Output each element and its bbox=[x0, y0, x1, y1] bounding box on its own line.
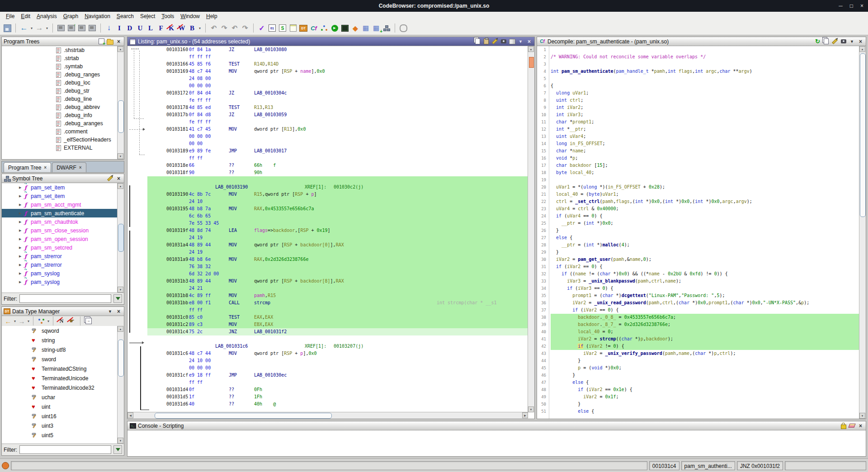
symbol-item-pam_sm_setcred[interactable]: ▶ƒpam_sm_setcred bbox=[2, 243, 118, 252]
dtm-back-dropdown-icon[interactable]: ▾ bbox=[14, 319, 16, 323]
listing-blank-line[interactable] bbox=[147, 176, 528, 184]
data-type-d-icon[interactable]: D bbox=[125, 23, 134, 33]
listing-vscrollbar[interactable]: ▲ ▼ bbox=[528, 46, 534, 412]
data-type-b-icon[interactable]: B bbox=[188, 23, 197, 33]
copy-icon[interactable] bbox=[475, 38, 480, 44]
dtm-display-dropdown-icon[interactable]: ▾ bbox=[47, 319, 49, 323]
decompiler-line[interactable]: uVar1 = *(ulong *)(in_FS_OFFSET + 0x28); bbox=[551, 184, 859, 191]
decompiler-line[interactable]: } bbox=[551, 372, 859, 379]
symbol-item-pam_sm_chauthtok[interactable]: ▶ƒpam_sm_chauthtok bbox=[2, 217, 118, 226]
symbol-item-pam_syslog[interactable]: ▶ƒpam_syslog bbox=[2, 278, 118, 286]
listing-bytes-continuation[interactable]: 24 10 bbox=[147, 198, 528, 205]
decompiler-line[interactable]: if (iVar3 == 0) { bbox=[551, 285, 859, 292]
listing-bytes-continuation[interactable]: 00 00 00 bbox=[147, 364, 528, 372]
listing-line[interactable]: 001031720f 84 d4JZLAB_0010304c bbox=[147, 90, 528, 97]
edit-icon[interactable] bbox=[107, 175, 113, 181]
datatype-item-string[interactable]: ♥string bbox=[2, 335, 118, 345]
close-icon[interactable]: × bbox=[857, 422, 864, 429]
menu-edit[interactable]: Edit bbox=[18, 12, 33, 21]
decompiler-line[interactable]: __ptr = (int *)0x0; bbox=[551, 220, 859, 227]
listing-bytes-continuation[interactable]: 6c 6b 65 bbox=[147, 212, 528, 220]
redo-icon[interactable]: ↷ bbox=[241, 23, 250, 33]
expand-icon[interactable]: ▶ bbox=[19, 237, 24, 241]
listing-bytes-continuation[interactable]: 24 21 bbox=[147, 285, 528, 292]
dtm-display-icon[interactable] bbox=[37, 316, 46, 326]
menu-select[interactable]: Select bbox=[137, 12, 158, 21]
listing-line[interactable]: 001031d51f??1Fh bbox=[147, 393, 528, 401]
listing-bytes-continuation[interactable]: 24 19 bbox=[147, 249, 528, 256]
collapse-all-icon[interactable]: − bbox=[84, 316, 93, 326]
decompiler-line[interactable]: else { bbox=[551, 234, 859, 241]
program-trees-scrollbar[interactable]: ▲ ▼ bbox=[117, 46, 124, 159]
forward-icon[interactable]: → bbox=[35, 23, 44, 33]
decompiler-line[interactable]: uVar4 = ctrl & 0x40000; bbox=[551, 205, 859, 212]
listing-line[interactable]: 0010318f90??90h bbox=[147, 169, 528, 176]
listing-line[interactable]: 0010318e66??66h f bbox=[147, 162, 528, 169]
decompiler-line[interactable]: iVar2 = _unix_read_password(pamh,ctrl,(c… bbox=[551, 299, 859, 307]
menu-file[interactable]: File bbox=[3, 12, 18, 21]
close-icon[interactable]: × bbox=[857, 38, 864, 45]
decompiler-line[interactable]: backdoor._8_7_ = 0x2d326d3238766e; bbox=[551, 321, 859, 328]
data-type-dropdown-icon[interactable]: ▾ bbox=[198, 23, 202, 33]
scroll-up-icon[interactable]: ▲ bbox=[118, 46, 123, 52]
clear-code-icon[interactable]: ↶ bbox=[209, 23, 218, 33]
data-type-w-icon[interactable]: W bbox=[177, 23, 186, 33]
datatype-item-TerminatedCString[interactable]: ♥TerminatedCString bbox=[2, 364, 118, 373]
save-icon[interactable] bbox=[3, 23, 12, 33]
decompiler-line[interactable]: local_40 = (byte)uVar1; bbox=[551, 191, 859, 198]
close-button[interactable]: × bbox=[860, 3, 863, 9]
decompiler-line[interactable]: iVar2 = strcmp((char *)p,backdoor); bbox=[551, 335, 859, 343]
decompiler-line[interactable] bbox=[551, 75, 859, 82]
lock-icon[interactable] bbox=[841, 425, 846, 429]
maximize-button[interactable]: □ bbox=[850, 3, 853, 9]
filter-pointers-off-icon[interactable]: ☛ bbox=[67, 316, 76, 326]
symbol-item-pam_strerror[interactable]: ▶ƒpam_strerror bbox=[2, 260, 118, 269]
listing-bytes-continuation[interactable]: 00 00 00 bbox=[147, 133, 528, 140]
symbol-item-pam_set_item[interactable]: ▶ƒpam_set_item bbox=[2, 183, 118, 192]
tree-item[interactable]: .debug_line bbox=[2, 95, 118, 103]
hierarchy-icon[interactable] bbox=[382, 23, 391, 33]
data-type-l-icon[interactable]: L bbox=[146, 23, 155, 33]
call-tree-icon[interactable] bbox=[320, 23, 329, 33]
back-icon[interactable]: ← bbox=[19, 23, 28, 33]
listing-line[interactable]: 001031b348 89 44MOVqword ptr [RSP + back… bbox=[147, 278, 528, 285]
listing-bytes-continuation[interactable]: 24 08 00 bbox=[147, 75, 528, 82]
listing-bytes-continuation[interactable]: fe ff ff bbox=[147, 97, 528, 104]
decompiler-line[interactable]: char *prompt1; bbox=[551, 118, 859, 126]
expand-icon[interactable]: ▶ bbox=[19, 246, 24, 250]
snapshot-icon[interactable] bbox=[841, 39, 846, 43]
memory-map-icon-3[interactable] bbox=[77, 23, 86, 33]
diff-icon[interactable]: ◆ bbox=[351, 23, 360, 33]
decompiler-line[interactable]: int *__ptr; bbox=[551, 126, 859, 133]
decompiler-body[interactable]: 1234567891011121314151617181920212223242… bbox=[537, 46, 859, 419]
tree-item[interactable]: .debug_info bbox=[2, 111, 118, 119]
close-icon[interactable]: × bbox=[115, 38, 122, 45]
memory-viewer-icon[interactable] bbox=[340, 23, 349, 33]
audio-icon[interactable] bbox=[399, 23, 408, 33]
listing-line[interactable]: 0010319f48 8d 74LEAflags=>backdoor,[RSP … bbox=[147, 227, 528, 234]
tab-program-tree[interactable]: Program Tree× bbox=[4, 162, 51, 172]
listing-line[interactable]: 001031600f 84 1aJZLAB_00103080 bbox=[147, 46, 528, 53]
data-type-manager-header[interactable]: DT Data Type Manager ▼ × bbox=[2, 307, 124, 316]
copy-icon[interactable] bbox=[824, 38, 829, 44]
listing-bytes-continuation[interactable]: 00 00 bbox=[147, 140, 528, 147]
listing-hscrollbar[interactable]: ◀ ▶ bbox=[127, 412, 528, 419]
listing-bytes-continuation[interactable]: ff ff bbox=[147, 379, 528, 386]
decompiler-line[interactable]: uint ctrl; bbox=[551, 97, 859, 104]
back-dropdown-icon[interactable]: ▾ bbox=[30, 23, 33, 33]
tree-item[interactable]: .debug_loc bbox=[2, 79, 118, 87]
symbol-item-pam_sm_open_session[interactable]: ▶ƒpam_sm_open_session bbox=[2, 235, 118, 243]
decompiler-line[interactable]: } bbox=[551, 401, 859, 408]
decompiler-line[interactable]: local_40 = 0; bbox=[551, 328, 859, 335]
close-icon[interactable]: × bbox=[526, 38, 533, 45]
notepad-icon[interactable] bbox=[288, 23, 297, 33]
decompiler-line[interactable]: if (iVar2 == 0) { bbox=[551, 307, 859, 314]
decompiler-line[interactable]: } bbox=[551, 357, 859, 364]
listing-line[interactable]: 001031b84c 89 ffMOVpamh,R15 bbox=[147, 292, 528, 299]
forward-dropdown-icon[interactable]: ▾ bbox=[45, 23, 49, 33]
memory-map-icon-1[interactable] bbox=[57, 23, 66, 33]
memory-map-icon-4[interactable] bbox=[88, 23, 97, 33]
decompiler-line[interactable]: long in_FS_OFFSET; bbox=[551, 140, 859, 147]
decompiler-line[interactable]: if (iVar2 == 0x1e) { bbox=[551, 386, 859, 393]
dtm-back-icon[interactable]: ← bbox=[4, 316, 13, 326]
